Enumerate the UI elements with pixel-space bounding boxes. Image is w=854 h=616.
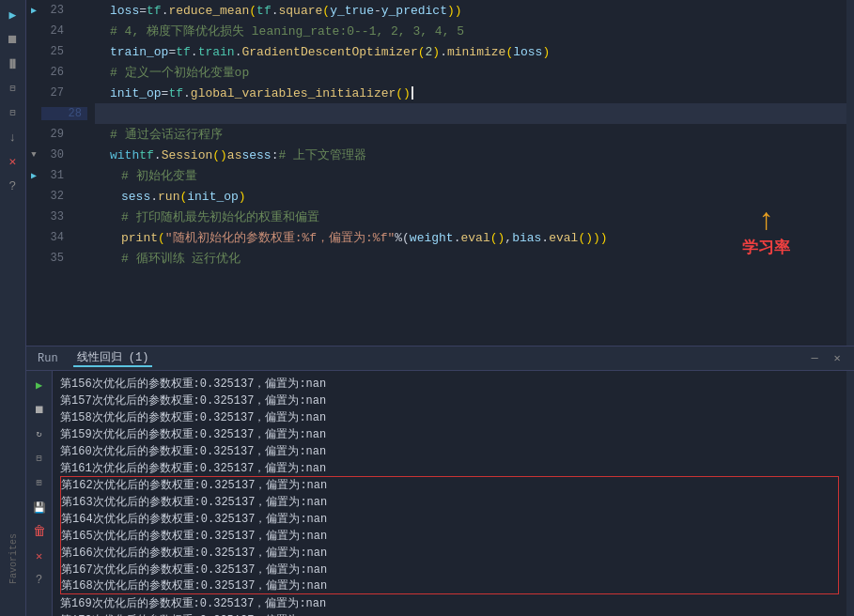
annotation-label: 学习率	[742, 237, 790, 258]
stop-icon[interactable]: ⏹	[2, 28, 24, 51]
panel-sb1-icon[interactable]: ⊟	[29, 448, 50, 469]
clear-icon[interactable]: ✕	[2, 150, 24, 173]
panel-run-icon[interactable]: ▶	[29, 375, 50, 395]
code-lines: loss = tf . reduce_mean ( tf . square ( …	[87, 0, 846, 269]
panel-stop-icon[interactable]: ⏹	[29, 399, 50, 420]
line-row-26: 26	[26, 62, 87, 83]
line-num-26: 26	[41, 66, 70, 79]
line-num-33: 33	[41, 210, 70, 223]
line-row-23: ▶ 23	[26, 0, 87, 21]
code-23-var: loss	[110, 4, 139, 18]
panel-delete-icon[interactable]: 🗑	[29, 521, 50, 542]
panel-save-icon[interactable]: 💾	[29, 497, 50, 517]
step-into-icon[interactable]: ⊟	[2, 101, 24, 124]
line-num-35: 35	[41, 252, 70, 265]
panel-rerun-icon[interactable]: ↻	[29, 424, 50, 444]
output-line: 第163次优化后的参数权重:0.325137，偏置为:nan	[60, 493, 839, 510]
code-line-28	[95, 103, 846, 124]
output-line: 第167次优化后的参数权重:0.325137，偏置为:nan	[60, 561, 839, 578]
line-row-27: 27	[26, 83, 87, 103]
line-num-28: 28	[41, 107, 87, 120]
line-num-25: 25	[41, 45, 70, 58]
panel-help-icon[interactable]: ?	[29, 570, 50, 591]
output-line: 第160次优化后的参数权重:0.325137，偏置为:nan	[60, 442, 839, 459]
bottom-panel: Run 线性回归 (1) ─ ✕ ▶ ⏹ ↻ ⊟ ⊞ 💾 🗑 ✕	[26, 346, 854, 616]
output-line: 第158次优化后的参数权重:0.325137，偏置为:nan	[60, 408, 839, 425]
tab-huixingui[interactable]: 线性回归 (1)	[73, 349, 153, 367]
tab-run[interactable]: Run	[34, 352, 62, 365]
editor-scroll-gutter[interactable]	[846, 0, 854, 346]
line-arrow-23: ▶	[26, 5, 41, 16]
line-num-24: 24	[41, 24, 70, 38]
output-line: 第170次优化后的参数权重:0.325137，偏置为:nan	[60, 611, 839, 616]
step-out-icon[interactable]: ↓	[2, 126, 24, 148]
line-num-30: 30	[41, 148, 70, 162]
sidebar-spacer: Favorites	[0, 199, 25, 612]
step-over-icon[interactable]: ⊟	[2, 77, 24, 100]
panel-sb2-icon[interactable]: ⊞	[29, 472, 50, 493]
panel-minimize-btn[interactable]: ─	[805, 349, 824, 368]
editor-main: ▶ 23 24 25 26	[26, 0, 854, 616]
panel-content: ▶ ⏹ ↻ ⊟ ⊞ 💾 🗑 ✕ ? 第156次优化后的参数权重:0.325137…	[26, 371, 854, 616]
line-row-30: ▼ 30	[26, 145, 87, 165]
help-icon[interactable]: ?	[2, 175, 24, 197]
line-num-23: 23	[41, 4, 70, 17]
code-line-26: # 定义一个初始化变量op	[95, 62, 846, 83]
code-line-30: with tf . Session () as sess : # 上下文管理器	[95, 145, 846, 165]
output-line: 第156次优化后的参数权重:0.325137，偏置为:nan	[60, 375, 839, 392]
code-line-33: # 打印随机最先初始化的权重和偏置	[95, 207, 846, 227]
code-line-32: sess . run ( init_op )	[95, 186, 846, 207]
line-row-35: 35	[26, 248, 87, 269]
output-line: 第165次优化后的参数权重:0.325137，偏置为:nan	[60, 527, 839, 544]
code-line-27: init_op = tf . global_variables_initiali…	[95, 83, 846, 103]
line-arrow-31: ▶	[26, 170, 41, 181]
line-row-32: 32	[26, 186, 87, 207]
output-line: 第164次优化后的参数权重:0.325137，偏置为:nan	[60, 510, 839, 527]
panel-tabs-bar: Run 线性回归 (1) ─ ✕	[26, 346, 854, 371]
output-scroll-gutter[interactable]	[846, 371, 854, 616]
line-row-33: 33	[26, 207, 87, 227]
annotation-arrow-icon: ↑	[742, 207, 790, 237]
main-layout: ▶ ⏹ ▐▌ ⊟ ⊟ ↓ ✕ ? Favorites ▶ 23 24	[0, 0, 854, 616]
output-line: 第169次优化后的参数权重:0.325137，偏置为:nan	[60, 594, 839, 611]
line-num-29: 29	[41, 128, 70, 141]
output-line: 第162次优化后的参数权重:0.325137，偏置为:nan	[60, 476, 839, 493]
code-content-area[interactable]: loss = tf . reduce_mean ( tf . square ( …	[87, 0, 846, 346]
output-line: 第159次优化后的参数权重:0.325137，偏置为:nan	[60, 425, 839, 442]
line-row-31: ▶ 31	[26, 165, 87, 186]
text-cursor	[411, 86, 413, 100]
code-line-34: print ( "随机初始化的参数权重:%f，偏置为:%f" %( weight…	[95, 227, 846, 248]
line-num-34: 34	[41, 231, 70, 244]
output-line: 第161次优化后的参数权重:0.325137，偏置为:nan	[60, 459, 839, 476]
output-line: 第157次优化后的参数权重:0.325137，偏置为:nan	[60, 392, 839, 408]
line-row-24: 24	[26, 21, 87, 41]
code-line-24: # 4, 梯度下降优化损失 leaning_rate:0--1, 2, 3, 4…	[95, 21, 846, 41]
panel-clear-icon[interactable]: ✕	[29, 546, 50, 566]
pause-icon[interactable]: ▐▌	[2, 53, 24, 75]
panel-controls: ─ ✕	[805, 349, 846, 368]
panel-close-btn[interactable]: ✕	[828, 349, 846, 368]
code-line-25: train_op = tf . train . GradientDescentO…	[95, 41, 846, 62]
code-line-29: # 通过会话运行程序	[95, 124, 846, 145]
run-icon[interactable]: ▶	[2, 4, 24, 26]
output-line: 第166次优化后的参数权重:0.325137，偏置为:nan	[60, 544, 839, 561]
line-numbers-gutter: ▶ 23 24 25 26	[26, 0, 87, 346]
annotation-container: ↑ 学习率	[742, 207, 790, 258]
favorites-label: Favorites	[8, 533, 18, 584]
line-row-25: 25	[26, 41, 87, 62]
line-row-34: 34	[26, 227, 87, 248]
code-editor: ▶ 23 24 25 26	[26, 0, 854, 346]
line-num-27: 27	[41, 86, 70, 100]
line-arrow-30: ▼	[26, 150, 41, 160]
left-sidebar: ▶ ⏹ ▐▌ ⊟ ⊟ ↓ ✕ ? Favorites	[0, 0, 26, 616]
output-line: 第168次优化后的参数权重:0.325137，偏置为:nan	[60, 578, 839, 594]
line-row-28: 28	[26, 103, 87, 124]
line-row-29: 29	[26, 124, 87, 145]
line-num-32: 32	[41, 190, 70, 203]
line-num-31: 31	[41, 169, 70, 182]
panel-sidebar: ▶ ⏹ ↻ ⊟ ⊞ 💾 🗑 ✕ ?	[26, 371, 53, 616]
code-line-31: # 初始化变量	[95, 165, 846, 186]
output-area[interactable]: 第156次优化后的参数权重:0.325137，偏置为:nan第157次优化后的参…	[53, 371, 846, 616]
code-line-35: # 循环训练 运行优化	[95, 248, 846, 269]
code-line-23: loss = tf . reduce_mean ( tf . square ( …	[95, 0, 846, 21]
